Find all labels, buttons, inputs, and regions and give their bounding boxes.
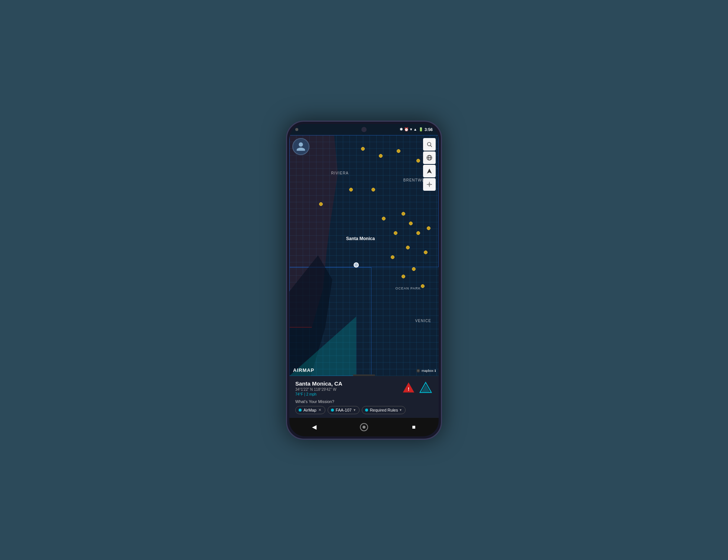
navigate-button[interactable] <box>423 165 436 177</box>
svg-point-0 <box>428 142 431 145</box>
location-row: Santa Monica, CA 34°1'22" N 118°29'42" W… <box>295 380 433 396</box>
location-weather: 74°F | 2 mph <box>295 392 402 396</box>
chip-label-required-rules: Required Rules <box>370 408 398 412</box>
drone-warning-icon[interactable]: ! <box>402 380 416 394</box>
airspace-dot-14 <box>406 246 410 249</box>
airspace-zone-blue-1 <box>289 135 439 268</box>
home-circle <box>360 423 368 431</box>
airspace-dot-15 <box>424 250 428 254</box>
map-area[interactable]: RIVIERA BRENTWOOD Santa Monica Ocean Par… <box>289 135 439 376</box>
mission-label: What's Your Mission? <box>295 399 433 404</box>
location-coords: 34°1'22" N 118°29'42" W <box>295 387 402 392</box>
drag-handle <box>353 374 375 376</box>
airspace-dot-20 <box>361 147 365 151</box>
drone-icons: ! <box>402 380 433 394</box>
svg-line-1 <box>430 145 432 147</box>
airspace-dot-8 <box>402 212 405 216</box>
home-button[interactable] <box>357 420 371 435</box>
chip-x-airmap: ✕ <box>318 408 321 412</box>
airspace-dot-18 <box>402 275 405 278</box>
phone-screen: ✱ ⏰ ▾ ▲ 🔋 3:56 RIVIERA BRENTWOOD Santa M… <box>289 124 439 436</box>
airmap-watermark: AIRMAP <box>293 367 314 373</box>
navigate-icon <box>426 168 432 174</box>
signal-icon: ▲ <box>413 127 417 131</box>
search-button[interactable] <box>423 138 436 151</box>
bluetooth-icon: ✱ <box>400 127 403 131</box>
mapbox-icon <box>416 369 420 373</box>
status-bar: ✱ ⏰ ▾ ▲ 🔋 3:56 <box>289 124 439 135</box>
camera-indicator <box>295 128 298 131</box>
map-label-riviera: RIVIERA <box>331 171 349 175</box>
chip-airmap[interactable]: AirMap ✕ <box>295 406 325 414</box>
location-info: Santa Monica, CA 34°1'22" N 118°29'42" W… <box>295 380 402 396</box>
settings-icon <box>426 181 432 187</box>
chip-arrow-faa107: ▾ <box>354 408 355 412</box>
drone-approved-icon[interactable] <box>419 380 433 394</box>
map-label-venice: VENICE <box>415 319 431 323</box>
globe-button[interactable] <box>423 151 436 164</box>
globe-icon <box>426 155 432 161</box>
time-display: 3:56 <box>425 127 433 132</box>
chip-dot-faa107 <box>331 409 334 412</box>
map-label-ocean-park: Ocean Park <box>395 286 420 290</box>
home-circle-inner <box>363 426 365 429</box>
svg-point-12 <box>417 370 419 371</box>
alarm-icon: ⏰ <box>404 127 409 131</box>
search-icon <box>426 141 432 147</box>
info-panel: Santa Monica, CA 34°1'22" N 118°29'42" W… <box>289 376 439 418</box>
wifi-icon: ▾ <box>410 127 412 131</box>
map-label-santa-monica: Santa Monica <box>346 236 375 241</box>
map-controls <box>423 138 436 191</box>
chip-dot-required-rules <box>365 409 368 412</box>
svg-point-6 <box>429 184 430 185</box>
chip-label-faa107: FAA-107 <box>336 408 352 412</box>
chip-arrow-required-rules: ▾ <box>400 408 402 412</box>
airspace-dot-10 <box>409 222 413 225</box>
teal-zone <box>289 317 356 376</box>
drone-triangle-icon <box>419 381 432 394</box>
nav-bar: ◀ ■ <box>289 418 439 436</box>
battery-icon: 🔋 <box>419 127 423 131</box>
svg-text:!: ! <box>408 386 410 392</box>
recent-apps-button[interactable]: ■ <box>406 420 421 435</box>
airspace-dot-19 <box>421 284 425 288</box>
phone-device: ✱ ⏰ ▾ ▲ 🔋 3:56 RIVIERA BRENTWOOD Santa M… <box>286 121 442 440</box>
chip-label-airmap: AirMap <box>303 408 316 412</box>
back-button[interactable]: ◀ <box>307 420 322 435</box>
svg-marker-5 <box>427 168 432 173</box>
profile-avatar[interactable] <box>292 138 309 155</box>
chip-dot-airmap <box>299 409 302 412</box>
status-right: ✱ ⏰ ▾ ▲ 🔋 3:56 <box>400 127 433 132</box>
airspace-dot-13 <box>416 231 420 235</box>
status-left <box>295 128 298 131</box>
settings-button[interactable] <box>423 178 436 191</box>
chips-row: AirMap ✕ FAA-107 ▾ Required Rules ▾ <box>295 406 433 414</box>
chip-required-rules[interactable]: Required Rules ▾ <box>362 406 406 414</box>
warning-triangle-icon: ! <box>402 381 415 394</box>
airspace-dot-11 <box>427 226 430 230</box>
chip-faa107[interactable]: FAA-107 ▾ <box>328 406 360 414</box>
mapbox-watermark: mapbox ℹ <box>416 369 436 373</box>
avatar-icon <box>296 141 306 152</box>
location-name: Santa Monica, CA <box>295 380 402 387</box>
